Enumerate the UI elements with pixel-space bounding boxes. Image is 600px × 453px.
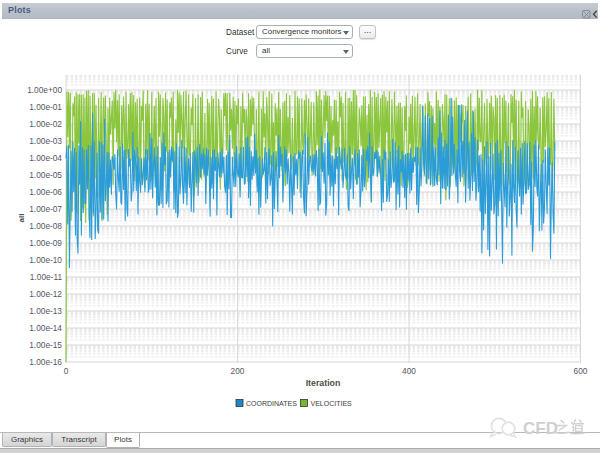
svg-text:200: 200 [231,366,245,376]
svg-text:1.00e-10: 1.00e-10 [29,255,62,265]
svg-text:1.00e+00: 1.00e+00 [27,85,62,95]
svg-text:1.00e-06: 1.00e-06 [29,187,62,197]
svg-text:1.00e-11: 1.00e-11 [30,272,63,282]
svg-text:600: 600 [574,366,588,376]
svg-text:CFD: CFD [523,419,558,438]
svg-text:1.00e-08: 1.00e-08 [29,221,62,231]
svg-text:1.00e-09: 1.00e-09 [29,238,62,248]
svg-text:Iteration: Iteration [306,378,341,388]
svg-text:COORDINATES: COORDINATES [246,400,297,407]
svg-text:all: all [17,214,26,223]
svg-text:1.00e-14: 1.00e-14 [29,323,62,333]
svg-text:0: 0 [64,366,69,376]
svg-text:1.00e-12: 1.00e-12 [29,289,62,299]
svg-text:1.00e-01: 1.00e-01 [29,102,62,112]
svg-text:1.00e-03: 1.00e-03 [29,136,62,146]
svg-text:1.00e-13: 1.00e-13 [29,306,62,316]
svg-text:400: 400 [402,366,416,376]
svg-text:1.00e-16: 1.00e-16 [29,357,62,367]
svg-text:1.00e-02: 1.00e-02 [29,119,62,129]
svg-text:VELOCITIES: VELOCITIES [311,400,353,407]
svg-text:1.00e-04: 1.00e-04 [29,153,62,163]
svg-text:1.00e-05: 1.00e-05 [29,170,62,180]
svg-text:1.00e-15: 1.00e-15 [29,340,62,350]
svg-text:1.00e-07: 1.00e-07 [29,204,62,214]
